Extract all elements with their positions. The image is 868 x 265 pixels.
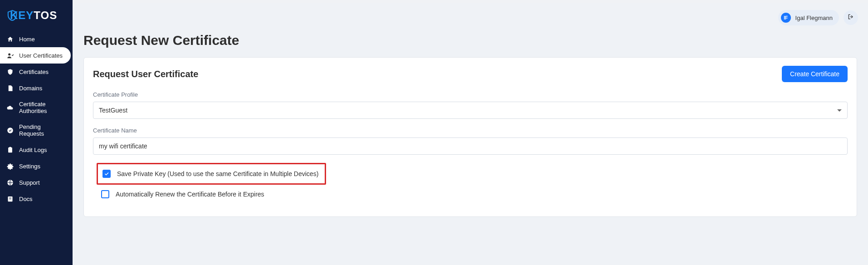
save-private-key-row: Save Private Key (Used to use the same C… [97, 163, 326, 185]
avatar: IF [781, 13, 791, 23]
main-area: IF Igal Flegmann Request New Certificate… [73, 3, 868, 265]
sidebar-item-authorities[interactable]: Certificate Authorities [0, 96, 73, 119]
sidebar-item-label: Domains [19, 85, 42, 92]
sidebar-item-home[interactable]: Home [0, 31, 73, 47]
brand-tos: TOS [34, 9, 57, 22]
user-menu[interactable]: IF Igal Flegmann [778, 10, 839, 25]
svg-rect-3 [9, 147, 11, 148]
certificate-profile-label: Certificate Profile [93, 91, 848, 98]
brand-key: KEY [10, 9, 34, 22]
sidebar-item-label: Settings [19, 163, 40, 170]
brand-logo[interactable]: KEY TOS [0, 4, 73, 31]
logout-icon [848, 14, 854, 22]
save-private-key-label: Save Private Key (Used to use the same C… [117, 170, 318, 177]
logout-button[interactable] [844, 10, 858, 25]
sidebar-item-docs[interactable]: Docs [0, 191, 73, 207]
file-icon [6, 84, 14, 92]
user-cert-icon [6, 52, 14, 59]
svg-rect-2 [8, 147, 12, 152]
sidebar-item-label: Certificates [19, 69, 49, 75]
sidebar: KEY TOS Home User Certificates Certifica… [0, 0, 73, 265]
user-name: Igal Flegmann [795, 15, 833, 21]
auto-renew-label: Automatically Renew the Certificate Befo… [116, 191, 264, 198]
cloud-icon [6, 104, 14, 111]
svg-point-0 [8, 53, 10, 55]
card-header: Request User Certificate Create Certific… [93, 66, 848, 82]
sidebar-nav: Home User Certificates Certificates Doma… [0, 31, 73, 207]
certificate-profile-select[interactable]: TestGuest [93, 102, 848, 119]
certificate-name-group: Certificate Name [93, 127, 848, 155]
clipboard-icon [6, 146, 14, 153]
sidebar-item-label: Audit Logs [19, 147, 47, 153]
shield-icon [6, 68, 14, 75]
sidebar-item-label: Home [19, 36, 35, 43]
certificate-name-input[interactable] [93, 137, 848, 155]
card-title: Request User Certificate [93, 69, 198, 79]
save-private-key-checkbox[interactable] [102, 170, 111, 178]
topbar: IF Igal Flegmann [73, 3, 868, 29]
sidebar-item-label: User Certificates [19, 52, 63, 59]
sidebar-item-certificates[interactable]: Certificates [0, 64, 73, 80]
page-title: Request New Certificate [83, 33, 857, 48]
svg-point-1 [7, 128, 13, 133]
book-icon [6, 195, 14, 202]
home-icon [6, 35, 14, 43]
gear-icon [6, 162, 14, 170]
certificate-profile-value: TestGuest [99, 107, 127, 114]
sidebar-item-label: Docs [19, 196, 33, 202]
request-card: Request User Certificate Create Certific… [83, 57, 857, 217]
sidebar-item-label: Pending Requests [19, 123, 66, 137]
chevron-down-icon [837, 109, 842, 112]
auto-renew-checkbox[interactable] [101, 190, 109, 198]
check-circle-icon [6, 127, 14, 134]
sidebar-item-settings[interactable]: Settings [0, 158, 73, 174]
sidebar-item-label: Support [19, 179, 40, 186]
content: Request New Certificate Request User Cer… [73, 29, 868, 228]
create-certificate-button[interactable]: Create Certificate [782, 66, 848, 82]
sidebar-item-audit[interactable]: Audit Logs [0, 142, 73, 158]
sidebar-item-user-certificates[interactable]: User Certificates [0, 47, 71, 64]
certificate-profile-group: Certificate Profile TestGuest [93, 91, 848, 119]
sidebar-item-label: Certificate Authorities [19, 101, 66, 114]
auto-renew-row: Automatically Renew the Certificate Befo… [97, 185, 848, 204]
globe-icon [6, 179, 14, 186]
sidebar-item-pending[interactable]: Pending Requests [0, 119, 73, 142]
certificate-name-label: Certificate Name [93, 127, 848, 134]
sidebar-item-domains[interactable]: Domains [0, 80, 73, 96]
sidebar-item-support[interactable]: Support [0, 174, 73, 191]
